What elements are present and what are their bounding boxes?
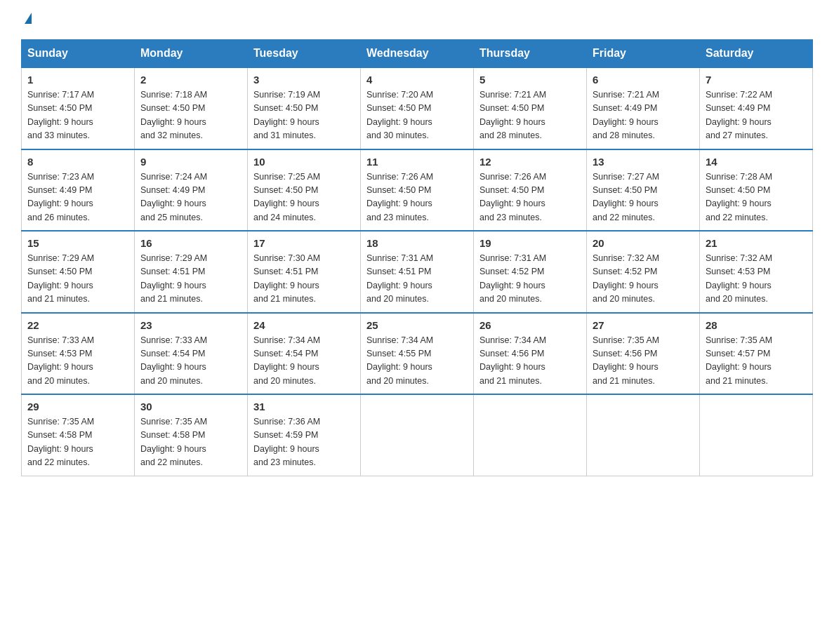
day-number: 18 xyxy=(366,237,468,249)
day-number: 14 xyxy=(706,156,807,168)
calendar-cell: 1 Sunrise: 7:17 AM Sunset: 4:50 PM Dayli… xyxy=(22,67,135,149)
day-info: Sunrise: 7:35 AM Sunset: 4:58 PM Dayligh… xyxy=(140,415,241,470)
day-info: Sunrise: 7:28 AM Sunset: 4:50 PM Dayligh… xyxy=(706,170,807,225)
calendar-cell xyxy=(474,394,587,476)
day-number: 1 xyxy=(27,74,128,86)
day-number: 4 xyxy=(366,74,468,86)
day-info: Sunrise: 7:35 AM Sunset: 4:58 PM Dayligh… xyxy=(27,415,128,470)
calendar-header-monday: Monday xyxy=(135,40,248,68)
calendar-header-sunday: Sunday xyxy=(22,40,135,68)
calendar-cell xyxy=(361,394,474,476)
day-info: Sunrise: 7:26 AM Sunset: 4:50 PM Dayligh… xyxy=(479,170,581,225)
day-number: 10 xyxy=(253,156,355,168)
calendar-cell: 6 Sunrise: 7:21 AM Sunset: 4:49 PM Dayli… xyxy=(587,67,700,149)
calendar-header-wednesday: Wednesday xyxy=(361,40,474,68)
day-info: Sunrise: 7:36 AM Sunset: 4:59 PM Dayligh… xyxy=(253,415,355,470)
day-info: Sunrise: 7:23 AM Sunset: 4:49 PM Dayligh… xyxy=(27,170,128,225)
day-number: 26 xyxy=(479,319,581,331)
day-number: 3 xyxy=(253,74,355,86)
calendar-cell xyxy=(587,394,700,476)
calendar-cell: 10 Sunrise: 7:25 AM Sunset: 4:50 PM Dayl… xyxy=(248,149,361,232)
day-info: Sunrise: 7:20 AM Sunset: 4:50 PM Dayligh… xyxy=(366,88,468,143)
calendar-cell: 29 Sunrise: 7:35 AM Sunset: 4:58 PM Dayl… xyxy=(22,394,135,476)
calendar-cell: 26 Sunrise: 7:34 AM Sunset: 4:56 PM Dayl… xyxy=(474,313,587,395)
day-info: Sunrise: 7:31 AM Sunset: 4:52 PM Dayligh… xyxy=(479,252,581,307)
day-number: 16 xyxy=(140,237,241,249)
day-info: Sunrise: 7:29 AM Sunset: 4:51 PM Dayligh… xyxy=(140,252,241,307)
day-info: Sunrise: 7:25 AM Sunset: 4:50 PM Dayligh… xyxy=(253,170,355,225)
calendar-cell: 5 Sunrise: 7:21 AM Sunset: 4:50 PM Dayli… xyxy=(474,67,587,149)
calendar-cell: 9 Sunrise: 7:24 AM Sunset: 4:49 PM Dayli… xyxy=(135,149,248,232)
calendar-header-thursday: Thursday xyxy=(474,40,587,68)
day-number: 15 xyxy=(27,237,128,249)
day-number: 11 xyxy=(366,156,468,168)
calendar-cell: 14 Sunrise: 7:28 AM Sunset: 4:50 PM Dayl… xyxy=(700,149,813,232)
day-number: 13 xyxy=(593,156,694,168)
calendar-cell: 13 Sunrise: 7:27 AM Sunset: 4:50 PM Dayl… xyxy=(587,149,700,232)
day-info: Sunrise: 7:21 AM Sunset: 4:50 PM Dayligh… xyxy=(479,88,581,143)
day-number: 22 xyxy=(27,319,128,331)
calendar-week-row: 22 Sunrise: 7:33 AM Sunset: 4:53 PM Dayl… xyxy=(22,313,813,395)
day-number: 30 xyxy=(140,401,241,412)
day-number: 24 xyxy=(253,319,355,331)
day-number: 25 xyxy=(366,319,468,331)
day-info: Sunrise: 7:17 AM Sunset: 4:50 PM Dayligh… xyxy=(27,88,128,143)
day-number: 28 xyxy=(706,319,807,331)
day-number: 23 xyxy=(140,319,241,331)
calendar-cell: 30 Sunrise: 7:35 AM Sunset: 4:58 PM Dayl… xyxy=(135,394,248,476)
day-info: Sunrise: 7:34 AM Sunset: 4:56 PM Dayligh… xyxy=(479,334,581,389)
day-info: Sunrise: 7:35 AM Sunset: 4:57 PM Dayligh… xyxy=(706,334,807,389)
day-number: 17 xyxy=(253,237,355,249)
calendar-cell: 20 Sunrise: 7:32 AM Sunset: 4:52 PM Dayl… xyxy=(587,231,700,313)
day-info: Sunrise: 7:19 AM Sunset: 4:50 PM Dayligh… xyxy=(253,88,355,143)
day-info: Sunrise: 7:24 AM Sunset: 4:49 PM Dayligh… xyxy=(140,170,241,225)
day-number: 12 xyxy=(479,156,581,168)
day-info: Sunrise: 7:33 AM Sunset: 4:53 PM Dayligh… xyxy=(27,334,128,389)
calendar-cell: 28 Sunrise: 7:35 AM Sunset: 4:57 PM Dayl… xyxy=(700,313,813,395)
day-number: 19 xyxy=(479,237,581,249)
calendar-cell: 17 Sunrise: 7:30 AM Sunset: 4:51 PM Dayl… xyxy=(248,231,361,313)
calendar-week-row: 15 Sunrise: 7:29 AM Sunset: 4:50 PM Dayl… xyxy=(22,231,813,313)
calendar-header-friday: Friday xyxy=(587,40,700,68)
day-info: Sunrise: 7:26 AM Sunset: 4:50 PM Dayligh… xyxy=(366,170,468,225)
day-info: Sunrise: 7:34 AM Sunset: 4:54 PM Dayligh… xyxy=(253,334,355,389)
calendar-week-row: 29 Sunrise: 7:35 AM Sunset: 4:58 PM Dayl… xyxy=(22,394,813,476)
day-info: Sunrise: 7:31 AM Sunset: 4:51 PM Dayligh… xyxy=(366,252,468,307)
day-info: Sunrise: 7:22 AM Sunset: 4:49 PM Dayligh… xyxy=(706,88,807,143)
calendar-cell: 8 Sunrise: 7:23 AM Sunset: 4:49 PM Dayli… xyxy=(22,149,135,232)
calendar-cell: 25 Sunrise: 7:34 AM Sunset: 4:55 PM Dayl… xyxy=(361,313,474,395)
calendar-header-tuesday: Tuesday xyxy=(248,40,361,68)
calendar-header-saturday: Saturday xyxy=(700,40,813,68)
day-info: Sunrise: 7:34 AM Sunset: 4:55 PM Dayligh… xyxy=(366,334,468,389)
calendar-cell: 31 Sunrise: 7:36 AM Sunset: 4:59 PM Dayl… xyxy=(248,394,361,476)
day-number: 2 xyxy=(140,74,241,86)
calendar-cell: 23 Sunrise: 7:33 AM Sunset: 4:54 PM Dayl… xyxy=(135,313,248,395)
day-info: Sunrise: 7:33 AM Sunset: 4:54 PM Dayligh… xyxy=(140,334,241,389)
day-number: 21 xyxy=(706,237,807,249)
calendar-cell: 11 Sunrise: 7:26 AM Sunset: 4:50 PM Dayl… xyxy=(361,149,474,232)
calendar-header-row: SundayMondayTuesdayWednesdayThursdayFrid… xyxy=(22,40,813,68)
calendar-cell: 4 Sunrise: 7:20 AM Sunset: 4:50 PM Dayli… xyxy=(361,67,474,149)
day-info: Sunrise: 7:29 AM Sunset: 4:50 PM Dayligh… xyxy=(27,252,128,307)
calendar-cell: 24 Sunrise: 7:34 AM Sunset: 4:54 PM Dayl… xyxy=(248,313,361,395)
day-number: 31 xyxy=(253,401,355,412)
calendar-cell: 18 Sunrise: 7:31 AM Sunset: 4:51 PM Dayl… xyxy=(361,231,474,313)
calendar-cell: 27 Sunrise: 7:35 AM Sunset: 4:56 PM Dayl… xyxy=(587,313,700,395)
day-number: 5 xyxy=(479,74,581,86)
calendar-cell: 19 Sunrise: 7:31 AM Sunset: 4:52 PM Dayl… xyxy=(474,231,587,313)
calendar-cell: 16 Sunrise: 7:29 AM Sunset: 4:51 PM Dayl… xyxy=(135,231,248,313)
day-info: Sunrise: 7:18 AM Sunset: 4:50 PM Dayligh… xyxy=(140,88,241,143)
day-number: 6 xyxy=(593,74,694,86)
day-number: 27 xyxy=(593,319,694,331)
day-info: Sunrise: 7:30 AM Sunset: 4:51 PM Dayligh… xyxy=(253,252,355,307)
calendar-cell: 7 Sunrise: 7:22 AM Sunset: 4:49 PM Dayli… xyxy=(700,67,813,149)
day-info: Sunrise: 7:32 AM Sunset: 4:52 PM Dayligh… xyxy=(593,252,694,307)
calendar-cell: 22 Sunrise: 7:33 AM Sunset: 4:53 PM Dayl… xyxy=(22,313,135,395)
calendar-table: SundayMondayTuesdayWednesdayThursdayFrid… xyxy=(21,39,813,476)
calendar-cell: 3 Sunrise: 7:19 AM Sunset: 4:50 PM Dayli… xyxy=(248,67,361,149)
calendar-week-row: 1 Sunrise: 7:17 AM Sunset: 4:50 PM Dayli… xyxy=(22,67,813,149)
logo-triangle-icon xyxy=(25,13,32,24)
calendar-cell: 2 Sunrise: 7:18 AM Sunset: 4:50 PM Dayli… xyxy=(135,67,248,149)
logo xyxy=(21,14,32,25)
calendar-cell: 15 Sunrise: 7:29 AM Sunset: 4:50 PM Dayl… xyxy=(22,231,135,313)
